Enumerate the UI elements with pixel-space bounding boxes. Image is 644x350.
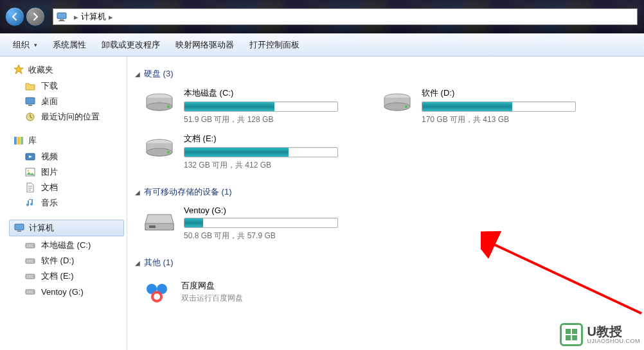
svg-point-30: [167, 151, 170, 153]
drive-name: 本地磁盘 (C:): [184, 87, 338, 99]
drive-icon: [24, 255, 36, 267]
toolbar-uninstall[interactable]: 卸载或更改程序: [95, 37, 166, 53]
drive-name: 文档 (E:): [184, 133, 338, 144]
svg-point-15: [33, 245, 34, 247]
hdd-icon: [382, 87, 413, 118]
svg-rect-38: [566, 329, 571, 334]
collapse-icon[interactable]: ◢: [135, 189, 140, 196]
svg-rect-4: [28, 105, 32, 106]
drive-item-g[interactable]: Ventoy (G:) 50.8 GB 可用，共 57.9 GB: [141, 202, 341, 245]
sidebar-group-label: 库: [28, 135, 37, 146]
drive-usage-bar: [184, 218, 338, 228]
drive-icon: [24, 286, 36, 297]
breadcrumb-current[interactable]: 计算机: [81, 11, 106, 22]
other-item-desc: 双击运行百度网盘: [181, 293, 243, 304]
drive-usage-bar: [184, 147, 338, 157]
video-icon: [24, 151, 36, 162]
svg-point-19: [33, 276, 34, 277]
computer-icon: [13, 222, 25, 234]
drive-item-c[interactable]: 本地磁盘 (C:) 51.9 GB 可用，共 128 GB: [141, 83, 341, 129]
sidebar-item-label: 音乐: [41, 197, 58, 209]
nav-back-button[interactable]: [5, 7, 24, 26]
drive-usage-bar: [184, 101, 338, 112]
drive-usage-bar: [422, 101, 576, 112]
svg-rect-41: [572, 335, 577, 340]
sidebar-item-label: 本地磁盘 (C:): [41, 240, 91, 251]
star-icon: [13, 64, 24, 76]
svg-rect-39: [572, 329, 577, 334]
sidebar-item-drive-c[interactable]: 本地磁盘 (C:): [0, 238, 127, 253]
sidebar-item-drive-e[interactable]: 文档 (E:): [0, 268, 127, 284]
section-title-hdd: 硬盘 (3): [144, 68, 174, 80]
sidebar-item-label: 文档 (E:): [41, 270, 74, 282]
sidebar-item-label: 下载: [41, 80, 58, 92]
drive-stats: 132 GB 可用，共 412 GB: [184, 160, 338, 171]
svg-rect-2: [58, 21, 65, 21]
drive-name: 软件 (D:): [422, 87, 576, 99]
watermark-badge-icon: [560, 323, 583, 346]
sidebar-item-label: 文档: [41, 182, 58, 193]
sidebar-item-label: 视频: [41, 151, 58, 162]
toolbar-control-panel[interactable]: 打开控制面板: [243, 37, 306, 53]
sidebar-item-desktop[interactable]: 桌面: [0, 94, 127, 109]
folder-icon: [24, 80, 36, 92]
toolbar-system-properties[interactable]: 系统属性: [46, 37, 93, 53]
sidebar-item-recent[interactable]: 最近访问的位置: [0, 109, 127, 125]
sidebar-item-drive-g[interactable]: Ventoy (G:): [0, 284, 127, 299]
toolbar-organize[interactable]: 组织: [6, 37, 44, 53]
svg-rect-7: [17, 137, 20, 144]
sidebar-item-label: 最近访问的位置: [41, 111, 100, 123]
sidebar-item-label: 软件 (D:): [41, 255, 74, 267]
hdd-icon: [144, 87, 175, 118]
sidebar-favorites-header[interactable]: 收藏夹: [0, 63, 127, 78]
recent-icon: [24, 111, 36, 123]
other-item-baidu[interactable]: 百度网盘 双击运行百度网盘: [135, 272, 636, 311]
svg-rect-32: [149, 225, 156, 228]
section-title-removable: 有可移动存储的设备 (1): [144, 186, 232, 198]
sidebar-item-drive-d[interactable]: 软件 (D:): [0, 253, 127, 268]
breadcrumb-sep: ▸: [109, 12, 113, 22]
other-item-name: 百度网盘: [181, 280, 243, 292]
sidebar-libraries-header[interactable]: 库: [0, 134, 127, 149]
toolbar-map-drive[interactable]: 映射网络驱动器: [169, 37, 240, 53]
sidebar-item-documents[interactable]: 文档: [0, 180, 127, 195]
sidebar-item-music[interactable]: 音乐: [0, 195, 127, 211]
drive-item-e[interactable]: 文档 (E:) 132 GB 可用，共 412 GB: [141, 129, 341, 175]
watermark-url: UJIAOSHOU.COM: [587, 338, 640, 344]
sidebar-item-videos[interactable]: 视频: [0, 149, 127, 164]
drive-name: Ventoy (G:): [184, 206, 338, 215]
sidebar: 收藏夹 下载 桌面 最近访问的位置 库 视频: [0, 57, 127, 350]
sidebar-computer-header[interactable]: 计算机: [9, 220, 124, 236]
address-bar[interactable]: ▸ 计算机 ▸: [53, 8, 638, 25]
collapse-icon[interactable]: ◢: [135, 259, 140, 267]
hdd-icon: [144, 133, 175, 164]
svg-rect-3: [26, 98, 35, 104]
computer-icon: [56, 12, 67, 22]
toolbar: 组织 系统属性 卸载或更改程序 映射网络驱动器 打开控制面板: [0, 33, 644, 57]
sidebar-group-label: 收藏夹: [28, 64, 53, 76]
sidebar-item-label: 图片: [41, 166, 58, 178]
library-icon: [13, 135, 24, 146]
svg-point-24: [167, 105, 170, 108]
svg-point-21: [33, 292, 34, 293]
music-icon: [24, 197, 36, 209]
breadcrumb-sep: ▸: [74, 12, 78, 22]
svg-rect-6: [14, 137, 17, 144]
drive-item-d[interactable]: 软件 (D:) 170 GB 可用，共 413 GB: [379, 83, 578, 129]
svg-rect-1: [60, 19, 64, 21]
drive-icon: [24, 270, 36, 282]
svg-rect-13: [17, 231, 21, 232]
drive-stats: 51.9 GB 可用，共 128 GB: [184, 114, 338, 125]
svg-rect-0: [57, 13, 66, 19]
drive-icon: [24, 240, 36, 251]
nav-forward-button[interactable]: [26, 7, 45, 26]
sidebar-group-label: 计算机: [29, 222, 54, 234]
collapse-icon[interactable]: ◢: [135, 71, 140, 78]
sidebar-item-downloads[interactable]: 下载: [0, 78, 127, 94]
sidebar-item-label: Ventoy (G:): [41, 287, 84, 297]
svg-point-17: [33, 261, 34, 262]
section-title-other: 其他 (1): [144, 257, 174, 268]
sidebar-item-pictures[interactable]: 图片: [0, 164, 127, 180]
document-icon: [24, 182, 36, 193]
drive-stats: 170 GB 可用，共 413 GB: [422, 114, 576, 125]
